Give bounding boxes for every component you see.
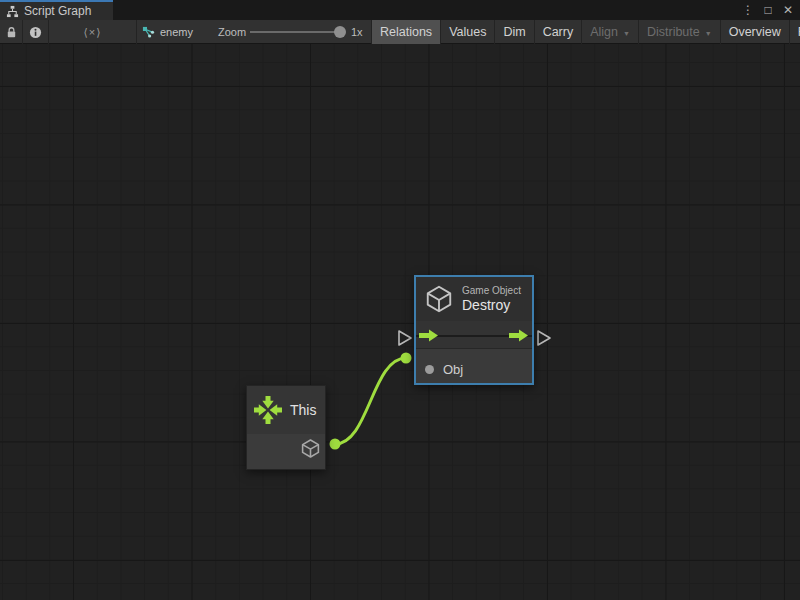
script-graph-asset-icon [142,26,155,39]
distribute-dropdown[interactable]: Distribute ▼ [638,20,720,44]
obj-input-row[interactable]: Obj [416,349,532,383]
close-icon[interactable]: ✕ [780,0,796,20]
destroy-node-titles: Game Object Destroy [462,285,521,314]
lock-icon [5,26,18,39]
overview-label: Overview [729,25,781,39]
zoom-slider-handle[interactable] [334,26,346,38]
node-this[interactable]: This [246,385,326,470]
tab-script-graph[interactable]: Script Graph [0,0,113,20]
this-node-header: This [247,386,325,434]
chevron-down-icon: ▼ [623,30,630,37]
dim-button[interactable]: Dim [494,20,533,44]
carry-label: Carry [543,25,574,39]
node-category: Game Object [462,285,521,297]
gameobject-output-port-cube-icon[interactable] [300,438,321,459]
distribute-label: Distribute [647,25,700,39]
zoom-label: Zoom [218,20,246,44]
this-node-body [247,434,325,469]
fullscreen-button[interactable]: Full Screen [789,20,800,44]
game-object-cube-icon [424,284,454,314]
zoom-value: 1x [351,20,363,44]
align-label: Align [590,25,618,39]
flow-input-triangle-port[interactable] [399,331,411,345]
destroy-flow-row [416,321,532,348]
info-button[interactable] [23,20,49,44]
toolbar: ⟨×⟩ enemy Zoom 1x Relations Values Dim [0,20,800,44]
carry-button[interactable]: Carry [534,20,582,44]
flow-output-triangle-port[interactable] [538,331,550,345]
graph-breadcrumb[interactable]: enemy [137,20,211,44]
relations-button[interactable]: Relations [371,20,440,44]
wire-end-dot[interactable] [401,353,412,364]
this-converge-icon [253,395,283,425]
graph-canvas[interactable]: Game Object Destroy Obj [0,44,800,600]
flow-input-arrow-icon[interactable] [419,329,439,342]
node-title: Destroy [462,297,521,314]
graph-hierarchy-icon [6,5,19,18]
flow-output-arrow-icon[interactable] [509,329,529,342]
values-label: Values [449,25,486,39]
overview-button[interactable]: Overview [720,20,789,44]
obj-value-port[interactable] [425,365,434,374]
menu-icon[interactable]: ⋮ [740,0,756,20]
destroy-node-header: Game Object Destroy [416,277,532,321]
window-controls: ⋮ □ ✕ [740,0,796,20]
maximize-icon[interactable]: □ [760,0,776,20]
relations-label: Relations [380,25,432,39]
wire-layer [0,44,800,600]
node-destroy[interactable]: Game Object Destroy Obj [414,275,534,385]
tab-bar: Script Graph ⋮ □ ✕ [0,0,800,20]
dim-label: Dim [503,25,525,39]
node-title: This [290,402,316,418]
chevron-down-icon: ▼ [705,30,712,37]
wire-start-dot[interactable] [330,439,341,450]
zoom-slider-track[interactable] [250,31,344,33]
toolbar-button-group: Relations Values Dim Carry Align ▼ Distr… [371,20,800,44]
align-dropdown[interactable]: Align ▼ [581,20,638,44]
values-button[interactable]: Values [440,20,494,44]
info-icon [29,26,42,39]
value-connection-wire[interactable] [335,358,406,444]
graph-name-label: enemy [160,26,193,38]
obj-port-label: Obj [443,362,463,377]
tab-title: Script Graph [24,4,91,18]
script-graph-window: Script Graph ⋮ □ ✕ ⟨×⟩ [0,0,800,600]
code-preview-button[interactable]: ⟨×⟩ [49,20,137,44]
lock-button[interactable] [0,20,23,44]
